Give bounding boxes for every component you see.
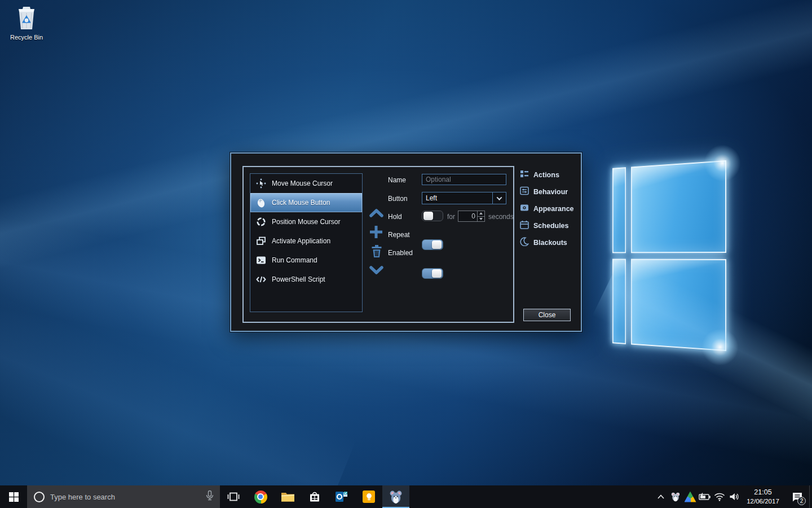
delete-icon[interactable] [370, 244, 383, 260]
keep-icon [363, 491, 375, 503]
move-mouse-tray-icon[interactable] [668, 485, 683, 508]
for-label: for [447, 213, 455, 221]
blackouts-icon [520, 237, 529, 248]
toggle-knob [432, 269, 442, 278]
volume-icon[interactable] [727, 485, 742, 508]
hero-pane [612, 167, 626, 253]
spinner-down-icon[interactable] [478, 217, 484, 222]
toggle-knob [432, 240, 442, 249]
outlook-button[interactable] [328, 485, 355, 508]
enabled-toggle[interactable] [422, 268, 443, 279]
battery-icon[interactable] [698, 485, 712, 508]
nav-item-appearance[interactable]: Appearance [520, 203, 577, 214]
nav-label: Schedules [533, 222, 569, 230]
clock-date: 12/06/2017 [743, 497, 783, 505]
nav-label: Actions [533, 171, 559, 179]
start-button[interactable] [0, 485, 27, 508]
windows-hero-logo [612, 160, 726, 351]
nav-item-behaviour[interactable]: Behaviour [520, 186, 577, 197]
add-icon[interactable] [369, 225, 383, 242]
spinner-buttons [477, 211, 484, 221]
hold-seconds-value: 0 [458, 211, 477, 221]
actions-icon [520, 169, 529, 181]
store-button[interactable] [301, 485, 328, 508]
store-icon [308, 490, 321, 503]
move-mouse-icon [389, 489, 403, 504]
taskbar-apps [220, 485, 409, 508]
clock-time: 21:05 [743, 488, 783, 497]
action-center-button[interactable]: 2 [784, 485, 809, 508]
outlook-icon [335, 490, 348, 503]
system-tray: 21:05 12/06/2017 2 [654, 485, 812, 508]
move-up-icon[interactable] [369, 208, 383, 221]
show-desktop-button[interactable] [809, 485, 812, 508]
hold-toggle[interactable] [422, 211, 443, 221]
button-label: Button [388, 195, 408, 203]
light-glint [701, 142, 743, 184]
light-glint [699, 326, 741, 368]
chrome-icon [254, 491, 267, 503]
repeat-toggle[interactable] [422, 239, 443, 250]
microphone-icon[interactable] [205, 490, 214, 503]
close-button[interactable]: Close [523, 309, 571, 321]
nav-item-actions[interactable]: Actions [520, 169, 577, 180]
keep-button[interactable] [355, 485, 382, 508]
repeat-label: Repeat [388, 231, 410, 239]
search-placeholder: Type here to search [50, 493, 200, 501]
chevron-down-icon[interactable] [492, 192, 506, 204]
taskbar: Type here to search [0, 485, 812, 508]
behaviour-icon [520, 186, 529, 198]
name-input[interactable] [422, 174, 506, 185]
seconds-label: seconds [488, 213, 513, 221]
recycle-bin-label: Recycle Bin [5, 34, 48, 41]
windows-logo-icon [9, 492, 19, 502]
clock[interactable]: 21:05 12/06/2017 [742, 488, 784, 505]
schedules-icon [520, 220, 529, 231]
enabled-label: Enabled [388, 249, 413, 257]
action-editor-panel: Move Mouse Cursor Click Mouse Button [242, 166, 514, 323]
settings-nav: Actions Behaviour Appearanc [520, 169, 577, 248]
task-view-button[interactable] [220, 485, 247, 508]
recycle-bin-icon [5, 5, 48, 33]
task-view-icon [227, 490, 240, 503]
drive-icon[interactable] [683, 485, 698, 508]
hero-pane [612, 259, 626, 344]
nav-item-schedules[interactable]: Schedules [520, 220, 577, 231]
search-box[interactable]: Type here to search [27, 485, 220, 508]
toggle-knob [423, 212, 433, 220]
name-label: Name [388, 176, 406, 184]
chrome-button[interactable] [247, 485, 274, 508]
move-mouse-window: Move Mouse Cursor Click Mouse Button [230, 152, 582, 332]
taskbar-empty-area [409, 485, 654, 508]
nav-label: Blackouts [533, 239, 567, 247]
cortana-ring-icon [34, 492, 45, 502]
button-select-value: Left [422, 192, 492, 204]
nav-label: Appearance [533, 205, 574, 213]
move-down-icon[interactable] [369, 264, 383, 278]
spinner-up-icon[interactable] [478, 211, 484, 217]
nav-label: Behaviour [533, 188, 568, 196]
recycle-bin-shortcut[interactable]: Recycle Bin [5, 5, 48, 41]
move-mouse-app-button[interactable] [382, 485, 409, 508]
appearance-icon [520, 203, 529, 214]
file-explorer-icon [281, 491, 295, 503]
wifi-icon[interactable] [712, 485, 727, 508]
nav-item-blackouts[interactable]: Blackouts [520, 237, 577, 248]
button-select[interactable]: Left [422, 192, 506, 204]
click-mouse-button-form: Name Button Left Hold for 0 seconds Rep [244, 167, 513, 322]
notification-badge: 2 [797, 497, 806, 505]
hold-seconds-spinner[interactable]: 0 [458, 211, 485, 222]
file-explorer-button[interactable] [274, 485, 301, 508]
tray-chevron-up-icon[interactable] [654, 485, 668, 508]
hold-label: Hold [388, 213, 402, 221]
